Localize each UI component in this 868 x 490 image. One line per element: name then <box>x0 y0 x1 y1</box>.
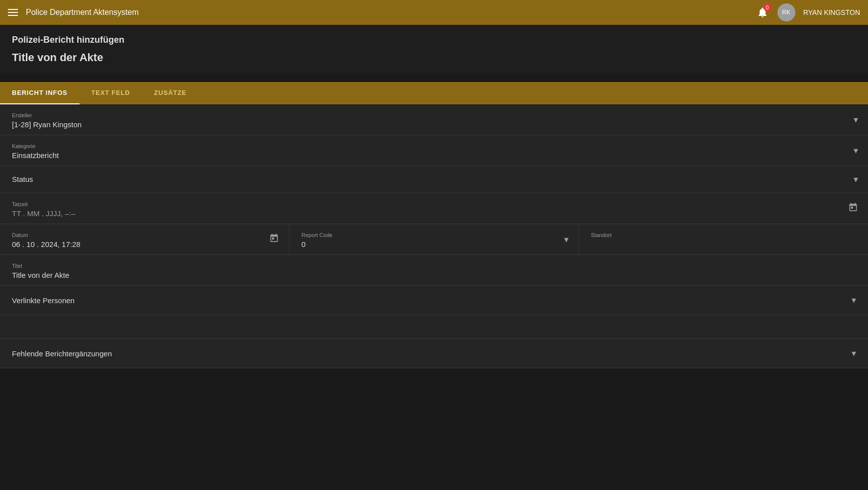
tabs-bar: BERICHT INFOS TEXT FELD ZUSÄTZE <box>0 82 868 104</box>
verlinkte-personen-dropdown-icon: ▾ <box>852 295 856 306</box>
report-code-dropdown-icon: ▾ <box>564 234 569 245</box>
report-code-field[interactable]: Report Code 0 ▾ <box>289 224 579 254</box>
notification-button[interactable]: 0 <box>756 5 770 19</box>
verlinkte-personen-field[interactable]: Verlinkte Personen ▾ <box>0 286 868 315</box>
header-left: Police Department Aktensystem <box>8 8 139 17</box>
titel-value: Title von der Akte <box>12 271 856 279</box>
standort-field[interactable]: Standort <box>579 224 868 254</box>
tab-text-feld[interactable]: TEXT FELD <box>80 82 142 104</box>
titel-field[interactable]: Titel Title von der Akte <box>0 255 868 286</box>
kategorie-dropdown-icon: ▾ <box>854 145 858 156</box>
datum-field[interactable]: Datum 06 . 10 . 2024, 17:28 <box>0 224 289 254</box>
kategorie-value: Einsatzbericht <box>12 151 856 160</box>
datum-calendar-icon <box>269 233 279 245</box>
app-title: Police Department Aktensystem <box>26 8 139 17</box>
kategorie-label: Kategorie <box>12 143 856 149</box>
header-right: 0 RK RYAN KINGSTON <box>756 3 860 21</box>
fehlende-berichterginzungen-field[interactable]: Fehlende Berichtergänzungen ▾ <box>0 339 868 368</box>
avatar[interactable]: RK <box>777 3 795 21</box>
notification-count: 0 <box>764 3 772 11</box>
ersteller-field[interactable]: Ersteller [1-28] Ryan Kingston ▾ <box>0 104 868 135</box>
spacer <box>0 315 868 339</box>
verlinkte-personen-label: Verlinkte Personen <box>12 296 75 305</box>
ersteller-dropdown-icon: ▾ <box>854 114 858 125</box>
form-area: Ersteller [1-28] Ryan Kingston ▾ Kategor… <box>0 104 868 368</box>
page-heading: Polizei-Bericht hinzufügen <box>12 35 856 45</box>
tatzeit-placeholder: TT . MM . JJJJ, –:– <box>12 209 856 218</box>
tatzeit-label: Tatzeit <box>12 201 856 207</box>
kategorie-field[interactable]: Kategorie Einsatzbericht ▾ <box>0 135 868 166</box>
report-code-value: 0 <box>301 240 567 248</box>
tab-zusaetze[interactable]: ZUSÄTZE <box>142 82 199 104</box>
app-header: Police Department Aktensystem 0 RK RYAN … <box>0 0 868 25</box>
record-title: Title von der Akte <box>12 51 856 64</box>
status-label: Status <box>12 175 33 183</box>
report-code-label: Report Code <box>301 232 567 238</box>
username-label[interactable]: RYAN KINGSTON <box>803 8 860 16</box>
datum-label: Datum <box>12 232 277 238</box>
avatar-initials: RK <box>782 9 790 16</box>
page-content: Polizei-Bericht hinzufügen Title von der… <box>0 25 868 74</box>
tatzeit-calendar-icon <box>848 202 858 215</box>
status-field[interactable]: Status ▾ <box>0 166 868 193</box>
tatzeit-field[interactable]: Tatzeit TT . MM . JJJJ, –:– <box>0 193 868 224</box>
ersteller-label: Ersteller <box>12 112 856 118</box>
datum-row: Datum 06 . 10 . 2024, 17:28 Report Code … <box>0 224 868 255</box>
titel-label: Titel <box>12 263 856 269</box>
status-dropdown-icon: ▾ <box>854 174 858 185</box>
tab-bericht-infos[interactable]: BERICHT INFOS <box>0 82 80 104</box>
datum-value: 06 . 10 . 2024, 17:28 <box>12 240 277 248</box>
standort-label: Standort <box>591 232 856 238</box>
hamburger-menu-button[interactable] <box>8 9 18 16</box>
fehlende-berichterginzungen-label: Fehlende Berichtergänzungen <box>12 349 112 358</box>
ersteller-value: [1-28] Ryan Kingston <box>12 120 856 129</box>
fehlende-dropdown-icon: ▾ <box>852 348 856 359</box>
